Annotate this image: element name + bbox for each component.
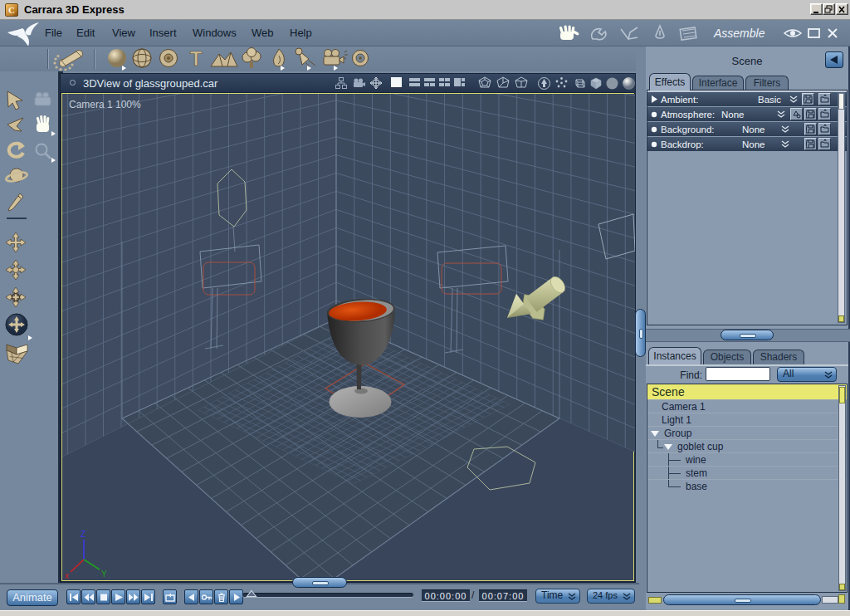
working-box-tool[interactable] (3, 342, 30, 367)
viewport-dot-icon[interactable] (70, 80, 76, 86)
filter-dropdown[interactable]: All (777, 367, 837, 382)
next-key-button[interactable] (229, 589, 243, 604)
tab-instances[interactable]: Instances (648, 347, 701, 364)
save-preset-button[interactable] (804, 108, 817, 120)
plane-lock-yz-icon[interactable] (496, 76, 510, 90)
delete-key-button[interactable] (214, 589, 228, 604)
target-object-icon[interactable] (349, 47, 374, 71)
tree-row-goblet-cup[interactable]: goblet cup (647, 439, 847, 452)
back-button[interactable] (825, 51, 843, 68)
load-preset-button[interactable] (818, 93, 831, 105)
move-xz-tool[interactable] (3, 258, 28, 283)
tree-row-camera1[interactable]: Camera 1 (647, 399, 847, 413)
animate-button[interactable]: Animate (7, 589, 58, 606)
virtual-trackball-tool[interactable] (3, 312, 30, 339)
move-yz-tool[interactable] (3, 286, 28, 310)
tree-row-base[interactable]: base (647, 479, 847, 492)
tree-object-icon[interactable] (239, 47, 264, 71)
property-row-ambient[interactable]: Ambient: Basic (647, 92, 847, 106)
wrench-tool-icon[interactable] (588, 24, 613, 44)
bullet-icon[interactable] (651, 140, 657, 149)
close-panel-icon[interactable] (827, 27, 840, 39)
tree-hscrollbar[interactable] (822, 596, 838, 604)
camera-icon[interactable] (351, 76, 366, 90)
fast-forward-button[interactable] (126, 589, 140, 604)
menu-windows[interactable]: Windows (193, 27, 237, 39)
select-arrow-tool[interactable] (5, 90, 27, 111)
property-row-background[interactable]: Background: None (647, 122, 847, 136)
stop-button[interactable] (96, 589, 110, 604)
viewport-header[interactable]: 3DView of glassgrouped.car (61, 74, 635, 92)
prev-key-button[interactable] (184, 589, 198, 604)
camera-pan-tool[interactable] (32, 90, 55, 110)
tab-filters[interactable]: Filters (745, 76, 789, 90)
tree-row-stem[interactable]: stem (647, 466, 847, 479)
direct-select-tool[interactable] (5, 115, 27, 136)
tree-row-group[interactable]: Group (647, 426, 847, 439)
time-mode-dropdown[interactable]: Time (535, 589, 580, 604)
fire-object-icon[interactable] (267, 47, 291, 71)
panel-splitter-handle[interactable] (721, 330, 774, 340)
restore-button[interactable] (823, 3, 835, 15)
vertex-object-icon[interactable] (156, 47, 181, 71)
menu-view[interactable]: View (112, 27, 135, 39)
load-preset-button[interactable] (818, 138, 831, 150)
tree-vscrollbar[interactable] (838, 385, 846, 591)
light-object-icon[interactable] (292, 47, 320, 71)
total-time-field[interactable]: 00:07:00 (479, 589, 527, 602)
load-preset-button[interactable] (818, 123, 831, 135)
layout-mixed-icon[interactable] (423, 76, 436, 89)
menu-help[interactable]: Help (290, 27, 312, 39)
link-icon[interactable] (335, 76, 348, 90)
text-object-icon[interactable]: T (184, 47, 208, 71)
menu-web[interactable]: Web (252, 27, 274, 39)
preview-flat-icon[interactable] (589, 76, 603, 90)
frame-rate-dropdown[interactable]: 24 fps (587, 589, 635, 604)
shader-button[interactable] (790, 108, 803, 120)
panel-divider-handle[interactable] (635, 309, 646, 357)
current-time-field[interactable]: 00:00:00 (422, 589, 470, 602)
effects-scrollbar[interactable] (838, 92, 845, 323)
minimize-button[interactable] (810, 3, 823, 15)
chevron-down-icon[interactable] (789, 95, 799, 104)
preview-gray-icon[interactable] (605, 76, 619, 90)
loop-button[interactable] (163, 589, 177, 604)
tree-row-light1[interactable]: Light 1 (647, 413, 847, 426)
chevron-down-icon[interactable] (780, 125, 790, 134)
tab-objects[interactable]: Objects (703, 350, 751, 364)
viewport-3d-view[interactable]: Camera 1 100% (61, 93, 634, 581)
tree-hscroll-handle[interactable] (663, 594, 821, 605)
chevron-down-icon[interactable] (780, 140, 790, 149)
go-start-button[interactable] (66, 589, 81, 604)
save-preset-button[interactable] (804, 123, 817, 135)
hand-tool-icon[interactable] (554, 24, 581, 44)
tab-shaders[interactable]: Shaders (753, 350, 804, 364)
preview-shaded-icon[interactable] (622, 76, 636, 90)
center-icon[interactable] (369, 76, 383, 90)
tab-interface[interactable]: Interface (692, 76, 744, 90)
bone-tool-icon[interactable] (51, 47, 90, 71)
move-xy-tool[interactable] (3, 231, 28, 256)
bullet-icon[interactable] (651, 125, 657, 134)
terrain-object-icon[interactable] (209, 47, 239, 71)
plane-lock-xz-icon[interactable] (514, 76, 529, 90)
load-preset-button[interactable] (818, 108, 831, 120)
tree-row-wine[interactable]: wine (647, 452, 847, 466)
find-input[interactable] (706, 367, 770, 381)
eyedropper-tool[interactable] (5, 191, 27, 214)
save-preset-button[interactable] (802, 93, 814, 105)
layout-single-icon[interactable] (390, 76, 403, 89)
close-button[interactable] (836, 3, 848, 15)
play-button[interactable] (111, 589, 125, 604)
go-end-button[interactable] (141, 589, 155, 604)
timeline-thumb[interactable] (246, 589, 257, 598)
layout-rows-icon[interactable] (408, 76, 421, 89)
menu-edit[interactable]: Edit (76, 27, 95, 39)
chevron-down-icon[interactable] (776, 110, 786, 119)
add-key-button[interactable] (199, 589, 213, 604)
menu-file[interactable]: File (45, 27, 62, 39)
layout-grid-icon[interactable] (438, 76, 451, 89)
globe-primitive-icon[interactable] (129, 47, 154, 71)
pen-tool-icon[interactable] (649, 24, 671, 44)
timeline-slider[interactable] (242, 593, 413, 598)
